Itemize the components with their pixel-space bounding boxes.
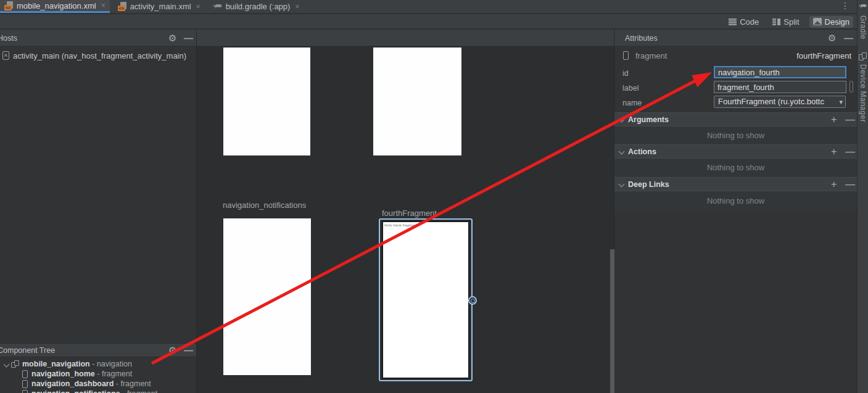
section-title: Deep Links xyxy=(628,180,669,189)
actions-empty-text: Nothing to show xyxy=(614,159,857,177)
hosts-panel: A activity_main (nav_host_fragment_activ… xyxy=(0,46,196,393)
component-tree-title: Component Tree xyxy=(0,346,55,355)
dropdown-arrow-icon: ▾ xyxy=(839,96,843,107)
tree-item-mobile-navigation[interactable]: mobile_navigation - navigation xyxy=(0,359,196,369)
remove-argument-icon[interactable]: — xyxy=(845,114,855,125)
tab-build-gradle[interactable]: build.gradle (:app) × xyxy=(209,0,304,13)
tree-item-navigation-home[interactable]: navigation_home - fragment xyxy=(0,369,196,379)
add-argument-icon[interactable]: + xyxy=(831,114,837,125)
tree-item-navigation-notifications[interactable]: navigation_notifications - fragment xyxy=(0,389,196,393)
gear-icon[interactable]: ⚙ xyxy=(168,33,176,44)
destination-preview-fourth-selected[interactable]: Hello blank fragment xyxy=(379,218,473,381)
name-dropdown[interactable]: FourthFragment (ru.yotc.bottc ▾ xyxy=(714,96,846,108)
name-dropdown-value: FourthFragment (ru.yotc.bottc xyxy=(718,97,824,106)
tab-label: activity_main.xml xyxy=(130,2,191,11)
fragment-icon xyxy=(623,51,629,60)
add-action-icon[interactable]: + xyxy=(831,146,837,157)
id-input[interactable] xyxy=(714,66,846,78)
device-manager-icon[interactable] xyxy=(859,52,867,60)
arguments-empty-text: Nothing to show xyxy=(614,126,857,144)
attributes-panel: fragment fourthFragment id label name Fo… xyxy=(614,46,857,393)
gear-icon[interactable]: ⚙ xyxy=(168,345,176,356)
hide-panel-icon[interactable]: — xyxy=(844,33,853,43)
fragment-icon xyxy=(22,380,28,388)
design-view-icon xyxy=(813,18,822,25)
view-mode-split[interactable]: Split xyxy=(769,16,803,28)
close-icon[interactable]: × xyxy=(101,1,105,10)
remove-action-icon[interactable]: — xyxy=(845,146,855,157)
destination-label: fourthFragment xyxy=(382,209,437,218)
preview-text: Hello blank fragment xyxy=(383,222,468,227)
design-label: Design xyxy=(825,17,849,27)
gear-icon[interactable]: ⚙ xyxy=(828,33,836,44)
device-manager-label[interactable]: Device Manager xyxy=(859,64,867,122)
id-field-label: id xyxy=(622,69,629,78)
component-type: fragment xyxy=(635,51,667,60)
panel-header-row: Hosts ⚙ — + ! ? Attributes ⚙ xyxy=(0,30,857,46)
code-view-icon xyxy=(729,19,737,25)
tab-activity-main[interactable]: <> activity_main.xml × xyxy=(114,0,205,13)
attributes-panel-title: Attributes xyxy=(625,34,658,43)
chevron-down-icon[interactable] xyxy=(3,362,9,368)
nav-host-icon: A xyxy=(2,51,9,60)
chevron-down-icon xyxy=(619,149,625,155)
tab-label: build.gradle (:app) xyxy=(226,2,291,11)
label-field-label: label xyxy=(622,84,639,93)
section-title: Actions xyxy=(628,147,656,156)
navigation-graph-icon xyxy=(11,360,19,368)
right-tool-strip: Gradle Device Manager xyxy=(857,0,868,393)
tab-label: mobile_navigation.xml xyxy=(17,1,96,10)
section-title: Arguments xyxy=(628,115,669,124)
kebab-menu-icon[interactable]: ⋮ xyxy=(841,1,849,10)
tree-item-navigation-dashboard[interactable]: navigation_dashboard - fragment xyxy=(0,379,196,389)
split-view-icon xyxy=(772,19,780,25)
chevron-down-icon xyxy=(619,117,625,123)
close-icon[interactable]: × xyxy=(295,2,299,11)
fragment-preview: Hello blank fragment xyxy=(382,221,469,379)
chevron-down-icon xyxy=(619,181,625,188)
destination-preview-notifications[interactable] xyxy=(223,218,311,375)
name-field-label: name xyxy=(622,99,642,107)
nav-host-label: activity_main (nav_host_fragment_activit… xyxy=(13,51,186,60)
editor-mode-bar: Code Split Design xyxy=(0,14,857,29)
split-label: Split xyxy=(783,17,799,27)
close-icon[interactable]: × xyxy=(196,2,200,11)
component-tree-header: Component Tree ⚙ — xyxy=(0,343,196,357)
action-connection-handle[interactable] xyxy=(468,296,477,305)
section-actions[interactable]: Actions + — xyxy=(614,144,857,159)
view-mode-design[interactable]: Design xyxy=(809,16,853,28)
add-deep-link-icon[interactable]: + xyxy=(831,179,837,190)
label-input[interactable] xyxy=(714,81,846,93)
editor-tab-bar: <> mobile_navigation.xml × <> activity_m… xyxy=(0,0,857,14)
tab-mobile-navigation[interactable]: <> mobile_navigation.xml × xyxy=(0,0,110,13)
fragment-icon xyxy=(22,370,28,378)
destination-preview[interactable] xyxy=(223,48,310,155)
hosts-panel-title: Hosts xyxy=(0,34,17,43)
gradle-elephant-icon xyxy=(213,3,223,10)
destination-label: navigation_notifications xyxy=(223,201,306,210)
gradle-tool-icon[interactable] xyxy=(859,3,867,10)
gradle-tool-label[interactable]: Gradle xyxy=(859,15,867,39)
nav-host-item[interactable]: A activity_main (nav_host_fragment_activ… xyxy=(0,50,196,61)
xml-file-icon: <> xyxy=(118,2,127,11)
xml-file-icon: <> xyxy=(4,1,14,10)
component-summary-row: fragment fourthFragment xyxy=(614,51,857,62)
deep-links-empty-text: Nothing to show xyxy=(614,191,857,211)
fragment-icon xyxy=(22,390,28,393)
destination-preview[interactable] xyxy=(373,48,461,155)
component-id: fourthFragment xyxy=(796,51,851,60)
android-studio-window: <> mobile_navigation.xml × <> activity_m… xyxy=(0,0,868,393)
remove-deep-link-icon[interactable]: — xyxy=(845,179,855,190)
section-deep-links[interactable]: Deep Links + — xyxy=(614,177,857,191)
code-label: Code xyxy=(740,17,759,27)
hide-panel-icon[interactable]: — xyxy=(184,345,193,355)
component-tree: mobile_navigation - navigation navigatio… xyxy=(0,359,196,393)
view-mode-code[interactable]: Code xyxy=(725,16,763,28)
hide-panel-icon[interactable]: — xyxy=(184,33,193,43)
nav-graph-canvas[interactable]: navigation_notifications fourthFragment … xyxy=(197,46,614,393)
section-arguments[interactable]: Arguments + — xyxy=(614,112,857,126)
panel-scrollbar[interactable] xyxy=(849,81,853,93)
